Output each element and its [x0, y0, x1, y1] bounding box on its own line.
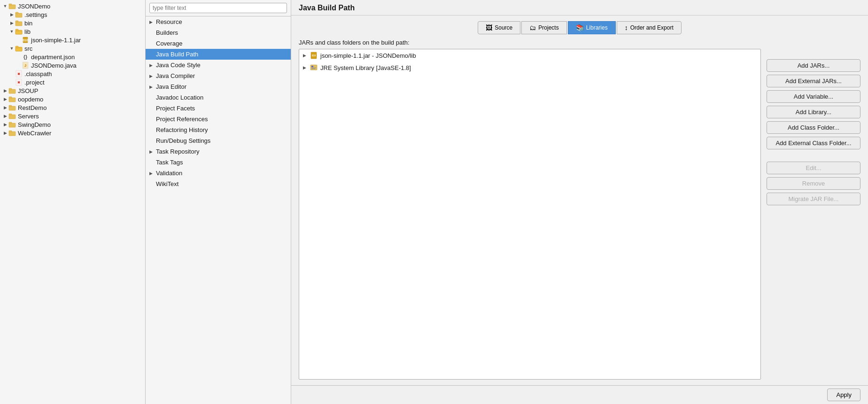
property-label-validation: Validation	[156, 170, 182, 177]
property-item-resource[interactable]: ▶Resource	[146, 16, 291, 27]
tree-arrow-jsondemo: ▼	[2, 4, 8, 8]
tree-item-oopdemo[interactable]: ▶oopdemo	[0, 95, 145, 103]
build-path-icon-jre-library	[310, 63, 318, 72]
tab-label-libraries: Libraries	[586, 24, 608, 31]
tree-label-oopdemo: oopdemo	[18, 96, 43, 103]
tree-icon-project	[8, 121, 16, 128]
svg-rect-29	[9, 122, 12, 124]
tree-item-classpath[interactable]: ✖.classpath	[0, 70, 145, 78]
tree-item-lib[interactable]: ▼lib	[0, 27, 145, 36]
property-item-project-facets[interactable]: Project Facets	[146, 103, 291, 114]
tree-item-department-json[interactable]: {}department.json	[0, 53, 145, 61]
tree-label-src: src	[24, 45, 32, 52]
property-item-java-build-path[interactable]: Java Build Path	[146, 49, 291, 60]
build-path-item-json-jar[interactable]: ▶010json-simple-1.1.jar - JSONDemo/lib	[299, 49, 760, 62]
tab-icon-projects: 🗂	[529, 24, 536, 31]
svg-rect-5	[16, 21, 18, 22]
svg-rect-7	[16, 29, 18, 31]
build-path-item-jre-library[interactable]: ▶JRE System Library [JavaSE-1.8]	[299, 62, 760, 74]
tab-source[interactable]: 🖼Source	[478, 21, 520, 34]
bottom-bar: Apply	[291, 385, 868, 404]
tree-item-settings[interactable]: ▶.settings	[0, 10, 145, 19]
property-item-project-references[interactable]: Project References	[146, 114, 291, 124]
property-item-validation[interactable]: ▶Validation	[146, 168, 291, 179]
tree-item-jsoup[interactable]: ▶JSOUP	[0, 86, 145, 95]
svg-rect-23	[9, 97, 12, 98]
add-jars-button[interactable]: Add JARs...	[767, 59, 860, 72]
properties-panel: ▶ResourceBuildersCoverageJava Build Path…	[146, 0, 291, 404]
property-item-javadoc-location[interactable]: Javadoc Location	[146, 92, 291, 103]
properties-list: ▶ResourceBuildersCoverageJava Build Path…	[146, 16, 291, 404]
svg-rect-13	[16, 48, 22, 51]
property-label-project-references: Project References	[156, 116, 208, 123]
svg-text:✖: ✖	[17, 72, 20, 76]
tree-label-jsoup: JSOUP	[18, 87, 38, 94]
tree-label-lib: lib	[24, 28, 31, 35]
tree-item-jsondemo[interactable]: ▼JSONDemo	[0, 2, 145, 10]
apply-button[interactable]: Apply	[827, 388, 860, 401]
tab-projects[interactable]: 🗂Projects	[521, 21, 566, 34]
property-label-wikitext: WikiText	[156, 180, 178, 187]
add-external-class-folder-button[interactable]: Add External Class Folder...	[767, 137, 860, 149]
migrate-jar-button: Migrate JAR File...	[767, 193, 860, 205]
add-variable-button[interactable]: Add Variable...	[767, 90, 860, 103]
add-class-folder-button[interactable]: Add Class Folder...	[767, 121, 860, 134]
tree-arrow-lib: ▼	[8, 29, 15, 34]
page-title: Java Build Path	[291, 0, 868, 16]
build-path-arrow-jre-library: ▶	[303, 65, 310, 70]
tree-label-servers: Servers	[18, 113, 39, 120]
tree-icon-json: {}	[22, 53, 29, 61]
property-item-builders[interactable]: Builders	[146, 27, 291, 38]
property-item-java-compiler[interactable]: ▶Java Compiler	[146, 70, 291, 81]
property-item-wikitext[interactable]: WikiText	[146, 179, 291, 189]
tree-item-swingdemo[interactable]: ▶SwingDemo	[0, 120, 145, 129]
svg-rect-28	[9, 123, 16, 127]
property-arrow-resource: ▶	[149, 20, 156, 24]
search-area	[146, 0, 291, 16]
property-label-java-editor: Java Editor	[156, 83, 186, 90]
tree-item-servers[interactable]: ▶Servers	[0, 112, 145, 120]
add-external-jars-button[interactable]: Add External JARs...	[767, 75, 860, 87]
svg-rect-4	[16, 22, 22, 26]
tree-arrow-settings: ▶	[8, 12, 15, 17]
tree-label-json-jar: json-simple-1.1.jar	[31, 37, 81, 44]
svg-rect-2	[16, 13, 22, 17]
remove-button: Remove	[767, 177, 860, 190]
tree-item-restdemo[interactable]: ▶RestDemo	[0, 103, 145, 112]
property-item-coverage[interactable]: Coverage	[146, 38, 291, 49]
property-item-task-tags[interactable]: Task Tags	[146, 157, 291, 168]
add-library-button[interactable]: Add Library...	[767, 106, 860, 118]
tree-item-src[interactable]: ▼src	[0, 44, 145, 53]
svg-rect-20	[9, 89, 16, 93]
tree-item-project[interactable]: ✖.project	[0, 78, 145, 86]
action-buttons-panel: Add JARs...Add External JARs...Add Varia…	[767, 49, 860, 380]
tree-item-json-jar[interactable]: 010json-simple-1.1.jar	[0, 36, 145, 44]
tree-item-jsondemo-java[interactable]: JJSONDemo.java	[0, 61, 145, 70]
tree-arrow-servers: ▶	[2, 114, 8, 118]
tree-icon-folder	[15, 19, 23, 27]
tree-item-bin[interactable]: ▶bin	[0, 19, 145, 27]
tree-arrow-restdemo: ▶	[2, 105, 8, 110]
property-item-java-code-style[interactable]: ▶Java Code Style	[146, 60, 291, 70]
tree-label-webcrawler: WebCrawler	[18, 130, 51, 137]
svg-rect-26	[9, 115, 16, 119]
property-item-java-editor[interactable]: ▶Java Editor	[146, 81, 291, 92]
tab-order-export[interactable]: ↕Order and Export	[617, 21, 682, 34]
build-path-label-jre-library: JRE System Library [JavaSE-1.8]	[320, 64, 411, 71]
build-path-icon-json-jar: 010	[310, 51, 318, 60]
property-item-task-repository[interactable]: ▶Task Repository	[146, 146, 291, 157]
tab-libraries[interactable]: 📚Libraries	[568, 21, 616, 34]
tree-icon-project	[8, 129, 16, 137]
tree-item-webcrawler[interactable]: ▶WebCrawler	[0, 129, 145, 137]
svg-rect-1	[9, 4, 12, 5]
property-item-refactoring-history[interactable]: Refactoring History	[146, 124, 291, 135]
property-item-run-debug-settings[interactable]: Run/Debug Settings	[146, 135, 291, 146]
filter-input[interactable]	[149, 3, 287, 13]
property-label-javadoc-location: Javadoc Location	[156, 94, 203, 101]
property-label-coverage: Coverage	[156, 40, 182, 47]
svg-rect-35	[311, 66, 313, 67]
property-label-task-repository: Task Repository	[156, 148, 199, 155]
tab-label-source: Source	[495, 24, 512, 31]
property-label-java-code-style: Java Code Style	[156, 62, 201, 69]
button-spacer	[767, 152, 860, 159]
